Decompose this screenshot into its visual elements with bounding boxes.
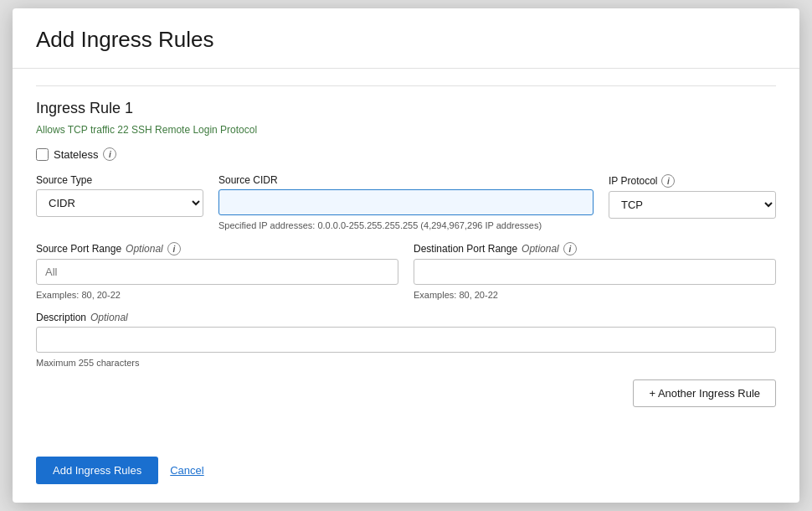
source-port-input[interactable] — [36, 259, 398, 285]
divider — [36, 85, 776, 86]
description-group: Description Optional http Maximum 255 ch… — [36, 312, 776, 368]
source-port-example: Examples: 80, 20-22 — [36, 290, 398, 300]
ip-protocol-info-icon[interactable]: i — [661, 174, 675, 188]
modal-footer: Add Ingress Rules Cancel — [13, 448, 799, 503]
cancel-button[interactable]: Cancel — [170, 464, 203, 477]
source-cidr-group: Source CIDR 0.0.0.0/0 Specified IP addre… — [218, 174, 594, 230]
dest-port-label: Destination Port Range Optional i — [414, 242, 776, 256]
source-cidr-hint: Specified IP addresses: 0.0.0.0-255.255.… — [218, 220, 594, 230]
stateless-label: Stateless — [54, 148, 98, 161]
description-optional: Optional — [90, 312, 128, 323]
dest-port-info-icon[interactable]: i — [563, 242, 577, 256]
source-cidr-input[interactable]: 0.0.0.0/0 — [218, 189, 594, 215]
dest-port-example: Examples: 80, 20-22 — [414, 290, 776, 300]
source-type-group: Source Type CIDR Service CIDR Block — [36, 174, 203, 217]
modal-body: Ingress Rule 1 Allows TCP traffic 22 SSH… — [13, 69, 799, 448]
stateless-row: Stateless i — [36, 147, 776, 161]
add-ingress-rules-button[interactable]: Add Ingress Rules — [36, 457, 158, 484]
ip-protocol-group: IP Protocol i TCP UDP ICMP ALL — [609, 174, 776, 219]
description-input[interactable]: http — [36, 327, 776, 353]
source-type-label: Source Type — [36, 174, 203, 186]
source-port-label: Source Port Range Optional i — [36, 242, 398, 256]
source-cidr-label: Source CIDR — [218, 174, 594, 186]
form-row-3: Description Optional http Maximum 255 ch… — [36, 312, 776, 368]
another-ingress-rule-button[interactable]: + Another Ingress Rule — [633, 379, 776, 407]
source-type-select[interactable]: CIDR Service CIDR Block — [36, 189, 203, 217]
modal-title: Add Ingress Rules — [36, 27, 776, 53]
add-ingress-rules-modal: Add Ingress Rules Ingress Rule 1 Allows … — [13, 8, 799, 503]
rule-title: Ingress Rule 1 — [36, 100, 776, 117]
description-label: Description Optional — [36, 312, 776, 323]
form-row-2: Source Port Range Optional i Examples: 8… — [36, 242, 776, 300]
dest-port-group: Destination Port Range Optional i 22 Exa… — [414, 242, 776, 300]
form-row-1: Source Type CIDR Service CIDR Block Sour… — [36, 174, 776, 230]
stateless-checkbox[interactable] — [36, 148, 49, 161]
rule-section: Ingress Rule 1 Allows TCP traffic 22 SSH… — [36, 100, 776, 368]
modal-header: Add Ingress Rules — [13, 8, 799, 69]
ip-protocol-select[interactable]: TCP UDP ICMP ALL — [609, 191, 776, 219]
dest-port-input[interactable]: 22 — [414, 259, 776, 285]
rule-hint[interactable]: Allows TCP traffic 22 SSH Remote Login P… — [36, 124, 776, 136]
stateless-info-icon[interactable]: i — [103, 147, 116, 161]
ip-protocol-label: IP Protocol i — [609, 174, 776, 188]
source-port-optional: Optional — [126, 243, 163, 255]
source-port-info-icon[interactable]: i — [167, 242, 181, 256]
source-port-group: Source Port Range Optional i Examples: 8… — [36, 242, 398, 300]
description-max-text: Maximum 255 characters — [36, 358, 776, 368]
footer-left: Add Ingress Rules Cancel — [36, 457, 204, 484]
dest-port-optional: Optional — [522, 243, 559, 255]
